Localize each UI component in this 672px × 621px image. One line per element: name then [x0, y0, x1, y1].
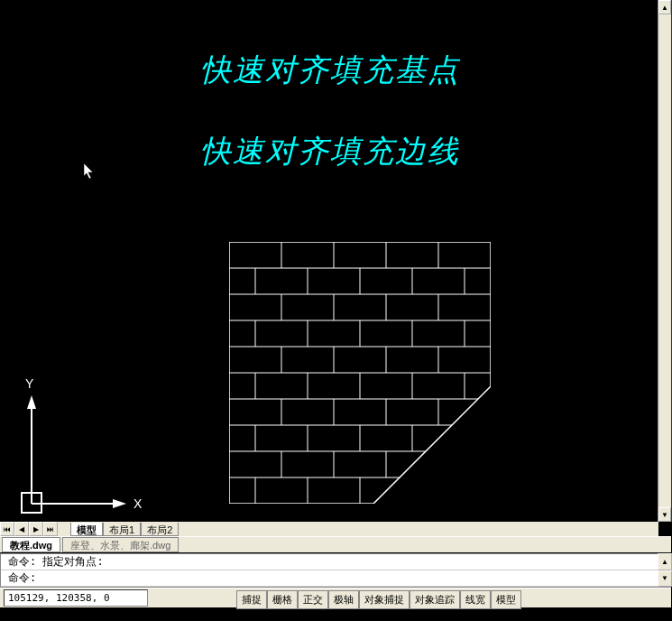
drawing-text-1: 快速对齐填充基点: [200, 50, 460, 91]
drawing-canvas[interactable]: 快速对齐填充基点 快速对齐填充边线: [0, 0, 672, 522]
tab-last-icon[interactable]: ⏭: [43, 522, 58, 536]
layout-tabs: 模型 布局1 布局2: [70, 522, 179, 536]
vertical-scrollbar[interactable]: ▲ ▼: [658, 0, 671, 522]
scroll-down-icon[interactable]: ▼: [658, 507, 671, 522]
scroll-down-icon[interactable]: ▼: [658, 570, 672, 588]
lineweight-toggle[interactable]: 线宽: [460, 590, 491, 609]
model-toggle[interactable]: 模型: [491, 590, 521, 609]
ucs-axis-icon: Y X: [9, 377, 144, 522]
command-prompt: 命令:: [8, 570, 36, 586]
tab-layout2[interactable]: 布局2: [141, 523, 179, 536]
file-tab-1[interactable]: 教程.dwg: [2, 537, 60, 552]
hatch-brick-shape: [229, 242, 491, 504]
polar-toggle[interactable]: 极轴: [328, 590, 359, 609]
tab-prev-icon[interactable]: ◀: [14, 522, 29, 536]
cursor-icon: [83, 162, 96, 181]
command-prompt: 命令:: [8, 554, 36, 570]
coordinates-display[interactable]: 105129, 120358, 0: [4, 589, 148, 607]
tab-first-icon[interactable]: ⏮: [0, 522, 14, 536]
drawing-text-2: 快速对齐填充边线: [200, 131, 460, 172]
osnap-toggle[interactable]: 对象捕捉: [359, 590, 410, 609]
tab-layout1[interactable]: 布局1: [103, 523, 141, 536]
command-panel: 命令: 指定对角点: 命令:: [0, 553, 671, 588]
command-scrollbar[interactable]: ▲ ▼: [658, 553, 672, 587]
ortho-toggle[interactable]: 正交: [298, 590, 328, 609]
svg-text:X: X: [133, 496, 143, 511]
command-input-line[interactable]: 命令:: [1, 570, 670, 587]
tab-next-icon[interactable]: ▶: [29, 522, 43, 536]
status-toggles: 捕捉 栅格 正交 极轴 对象捕捉 对象追踪 线宽 模型: [236, 590, 521, 609]
status-bar: 105129, 120358, 0 捕捉 栅格 正交 极轴 对象捕捉 对象追踪 …: [0, 588, 671, 607]
scroll-up-icon[interactable]: ▲: [658, 0, 671, 14]
scroll-up-icon[interactable]: ▲: [658, 553, 672, 570]
command-text: 指定对角点:: [42, 554, 103, 570]
file-tab-2[interactable]: 座登、水景、廊架.dwg: [62, 537, 179, 552]
tab-model[interactable]: 模型: [70, 523, 103, 536]
svg-marker-52: [27, 395, 36, 409]
otrack-toggle[interactable]: 对象追踪: [410, 590, 460, 609]
svg-marker-53: [113, 499, 126, 508]
document-tabs: 教程.dwg 座登、水景、廊架.dwg: [0, 536, 671, 552]
svg-text:Y: Y: [25, 377, 34, 391]
grid-toggle[interactable]: 栅格: [267, 590, 298, 609]
command-history-line: 命令: 指定对角点:: [1, 554, 670, 570]
snap-toggle[interactable]: 捕捉: [236, 590, 267, 609]
